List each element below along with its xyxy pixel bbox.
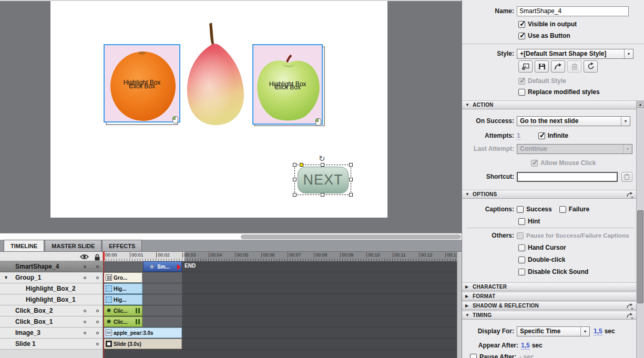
lock-toggle[interactable] xyxy=(96,332,99,334)
collapse-arrow-icon[interactable]: ▼ xyxy=(4,275,8,280)
next-button-shape[interactable]: NEXT xyxy=(298,167,349,193)
timeline-bar-shape[interactable]: ★Sm... xyxy=(143,261,182,272)
display-for-select[interactable]: Specific Time ▼ xyxy=(517,326,590,336)
hint-checkbox[interactable] xyxy=(518,218,525,225)
scroll-up-icon[interactable]: ▲ xyxy=(637,101,644,108)
section-action[interactable]: ▼ ACTION xyxy=(462,100,644,109)
lock-toggle[interactable] xyxy=(96,265,99,268)
timeline-row[interactable]: ▼Group_1Gro... xyxy=(0,272,462,283)
style-handle[interactable] xyxy=(300,163,303,167)
timeline-bar-slide[interactable]: Slide (3.0s) xyxy=(104,339,182,349)
apply-to-all-icon[interactable] xyxy=(627,192,633,198)
create-style-button[interactable] xyxy=(518,60,533,73)
timeline-row[interactable]: Highlight_Box_1Hig... xyxy=(0,294,462,305)
timeline-bar-group[interactable]: Gro... xyxy=(104,272,142,283)
timeline-row[interactable]: Click_Box_2Clic... xyxy=(0,305,462,316)
failure-checkbox[interactable] xyxy=(559,206,566,213)
double-click-checkbox[interactable] xyxy=(518,257,525,263)
highlight-box-apple[interactable]: Highlight Box Click Box xyxy=(252,44,323,125)
timeline-track[interactable]: Gro... xyxy=(103,272,457,283)
lock-toggle[interactable] xyxy=(96,277,99,279)
panel-scrollbar[interactable]: ▲ xyxy=(636,101,644,358)
panel-scrollbar-thumb[interactable] xyxy=(637,210,643,303)
hscrollbar-thumb[interactable] xyxy=(241,234,461,239)
resize-handle[interactable] xyxy=(349,193,353,197)
resize-handle[interactable] xyxy=(293,178,297,181)
section-timing[interactable]: ▼ TIMING xyxy=(462,311,636,320)
section-format[interactable]: ▶ FORMAT xyxy=(462,292,636,301)
timeline-bar-click[interactable]: Clic... xyxy=(104,316,142,327)
visible-in-output-checkbox[interactable] xyxy=(518,21,525,28)
timeline-track[interactable]: apple_pear:3.0s xyxy=(103,328,457,339)
timeline-track[interactable]: Clic... xyxy=(103,316,457,328)
visibility-toggle[interactable] xyxy=(84,277,86,279)
timeline-row-label[interactable]: Highlight_Box_2 xyxy=(0,283,103,294)
appear-after-value[interactable]: 1,5 xyxy=(521,342,530,350)
highlight-box-orange[interactable]: Highlight Box Click Box xyxy=(104,44,180,122)
tab-effects[interactable]: EFFECTS xyxy=(102,240,142,251)
timeline-bar-click[interactable]: Clic... xyxy=(104,305,142,316)
timeline-vscrollbar[interactable] xyxy=(457,252,462,358)
visibility-toggle[interactable] xyxy=(84,332,86,334)
timeline-row-label[interactable]: Image_3 xyxy=(0,328,103,339)
timeline-row-label[interactable]: Click_Box_1 xyxy=(0,316,103,328)
lock-toggle[interactable] xyxy=(96,321,99,323)
apply-style-button[interactable] xyxy=(551,60,565,73)
lock-toggle[interactable] xyxy=(96,310,99,312)
timeline-row[interactable]: Highlight_Box_2Hig... xyxy=(0,283,462,294)
save-style-button[interactable] xyxy=(535,60,549,73)
visibility-toggle[interactable] xyxy=(84,265,86,268)
timeline-bar-highlight[interactable]: Hig... xyxy=(104,294,142,305)
timeline-track[interactable]: END★Sm... xyxy=(103,261,457,272)
disable-click-sound-checkbox[interactable] xyxy=(518,269,525,275)
tab-master-slide[interactable]: MASTER SLIDE xyxy=(45,240,101,251)
resize-handle[interactable] xyxy=(349,163,353,167)
timeline-track[interactable]: Hig... xyxy=(103,294,457,305)
apply-to-all-icon[interactable] xyxy=(627,303,633,310)
playhead-line[interactable] xyxy=(104,252,104,358)
eye-icon[interactable] xyxy=(80,254,89,260)
section-character[interactable]: ▶ CHARACTER xyxy=(462,282,636,291)
resize-handle[interactable] xyxy=(321,163,324,167)
pear-image[interactable] xyxy=(181,18,250,129)
timeline-track[interactable]: Clic... xyxy=(103,305,457,316)
timeline-row[interactable]: SmartShape_4END★Sm... xyxy=(0,261,462,272)
rotate-handle-icon[interactable]: ↻ xyxy=(319,154,325,163)
on-success-select[interactable]: Go to the next slide ▼ xyxy=(517,116,630,126)
lock-toggle[interactable] xyxy=(96,343,99,345)
resize-handle[interactable] xyxy=(321,193,324,197)
timeline-bar-image[interactable]: apple_pear:3.0s xyxy=(104,328,182,338)
timeline-row[interactable]: Slide 1Slide (3.0s) xyxy=(0,339,462,350)
timeline-ruler[interactable]: 00:0000:0100:0200:0300:0400:0500:0600:07… xyxy=(103,252,457,261)
timeline-row-label[interactable]: Highlight_Box_1 xyxy=(0,294,103,305)
timeline-row-label[interactable]: SmartShape_4 xyxy=(0,261,103,272)
timeline-row[interactable]: Image_3apple_pear:3.0s xyxy=(0,328,462,339)
display-time-value[interactable]: 1,5 xyxy=(594,328,602,335)
infinite-checkbox[interactable] xyxy=(538,132,545,139)
section-options[interactable]: ▼ OPTIONS xyxy=(462,190,636,199)
visibility-toggle[interactable] xyxy=(84,310,86,312)
timeline-row-label[interactable]: Click_Box_2 xyxy=(0,305,103,316)
use-as-button-checkbox[interactable] xyxy=(518,33,525,39)
attempts-value[interactable]: 1 xyxy=(517,132,520,140)
resize-handle[interactable] xyxy=(293,163,297,167)
timeline-row[interactable]: Click_Box_1Clic... xyxy=(0,316,462,328)
replace-modified-styles-checkbox[interactable] xyxy=(518,89,525,96)
lock-icon[interactable] xyxy=(94,254,100,261)
name-input[interactable] xyxy=(517,6,629,16)
timeline-track[interactable]: Slide (3.0s) xyxy=(103,339,457,350)
section-shadow-reflection[interactable]: ▶ SHADOW & REFLECTION xyxy=(462,301,636,310)
visibility-toggle[interactable] xyxy=(84,321,86,323)
timeline-row-label[interactable]: ▼Group_1 xyxy=(0,272,103,283)
timeline-row-label[interactable]: Slide 1 xyxy=(0,339,103,350)
tab-timeline[interactable]: TIMELINE xyxy=(4,240,44,251)
apply-to-all-icon[interactable] xyxy=(627,313,633,319)
reset-style-button[interactable] xyxy=(584,60,598,73)
resize-handle[interactable] xyxy=(293,193,297,197)
style-select[interactable]: +[Default Smart Shape Style] ▼ xyxy=(517,49,633,59)
shortcut-input[interactable] xyxy=(517,172,618,182)
success-checkbox[interactable] xyxy=(517,206,524,213)
timeline-track[interactable]: Hig... xyxy=(103,283,457,294)
pause-after-checkbox[interactable] xyxy=(470,354,477,358)
hand-cursor-checkbox[interactable] xyxy=(518,244,525,251)
